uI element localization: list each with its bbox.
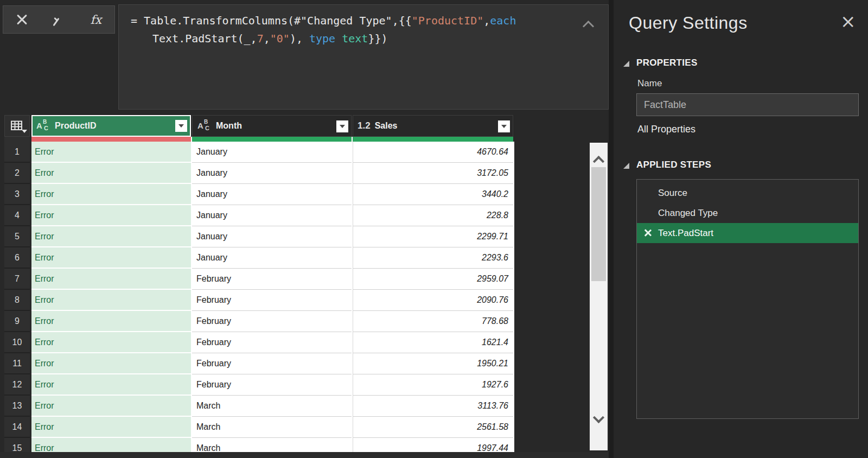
row-number[interactable]: 6 <box>4 247 30 269</box>
cell-sales[interactable]: 2561.58 <box>353 417 513 438</box>
cell-sales[interactable]: 2090.76 <box>353 290 513 311</box>
cell-sales[interactable]: 1927.6 <box>353 374 513 396</box>
cell-productid-error[interactable]: Error <box>31 374 191 396</box>
formula-line[interactable]: = Table.TransformColumns(#"Changed Type"… <box>131 12 576 30</box>
row-number[interactable]: 14 <box>4 417 30 438</box>
applied-step-text-padstart[interactable]: Text.PadStart <box>637 223 858 243</box>
filter-dropdown-button[interactable] <box>336 120 348 132</box>
applied-step-label: Source <box>658 188 687 198</box>
cell-productid-error[interactable]: Error <box>31 438 191 452</box>
row-number[interactable]: 3 <box>4 184 30 205</box>
row-number[interactable]: 15 <box>4 438 30 452</box>
cell-sales[interactable]: 778.68 <box>353 311 513 332</box>
cell-productid-error[interactable]: Error <box>31 247 191 269</box>
cell-sales[interactable]: 1950.21 <box>353 353 513 374</box>
cell-month[interactable]: January <box>192 142 352 163</box>
cell-sales[interactable]: 1997.44 <box>353 438 513 452</box>
applied-step-changed-type[interactable]: Changed Type <box>637 203 858 223</box>
cell-month[interactable]: March <box>192 438 352 452</box>
cell-sales[interactable]: 2299.71 <box>353 226 513 247</box>
cell-sales[interactable]: 3113.76 <box>353 396 513 417</box>
expanded-triangle-icon[interactable] <box>623 163 629 169</box>
cell-month[interactable]: January <box>192 247 352 269</box>
column-header-month[interactable]: ABC Month <box>192 115 352 137</box>
vertical-scrollbar[interactable] <box>590 143 608 450</box>
formula-bar[interactable]: = Table.TransformColumns(#"Changed Type"… <box>118 4 609 110</box>
formula-code[interactable]: = Table.TransformColumns(#"Changed Type"… <box>119 5 608 48</box>
expanded-triangle-icon[interactable] <box>623 61 629 67</box>
cell-month[interactable]: January <box>192 226 352 247</box>
cancel-button[interactable] <box>10 9 33 30</box>
cell-month[interactable]: February <box>192 311 352 332</box>
row-number[interactable]: 13 <box>4 396 30 417</box>
row-number[interactable]: 10 <box>4 332 30 353</box>
formula-line[interactable]: Text.PadStart(_,7,"0"), type text}}) <box>131 30 576 48</box>
cell-productid-error[interactable]: Error <box>31 290 191 311</box>
cell-month[interactable]: February <box>192 353 352 374</box>
row-number[interactable]: 1 <box>4 142 30 163</box>
cell-productid-error[interactable]: Error <box>31 417 191 438</box>
table-row: 13ErrorMarch3113.76 <box>4 396 514 417</box>
applied-steps-section-header[interactable]: APPLIED STEPS <box>636 160 711 170</box>
column-header-productid[interactable]: ABC ProductID <box>31 115 191 137</box>
table-menu-button[interactable] <box>4 115 30 137</box>
all-properties-link[interactable]: All Properties <box>637 124 695 135</box>
chevron-down-icon <box>22 130 27 133</box>
cell-month[interactable]: February <box>192 374 352 396</box>
cell-month[interactable]: January <box>192 184 352 205</box>
cell-productid-error[interactable]: Error <box>31 332 191 353</box>
row-number[interactable]: 7 <box>4 269 30 290</box>
properties-section-header[interactable]: PROPERTIES <box>636 58 698 68</box>
cell-productid-error[interactable]: Error <box>31 269 191 290</box>
cell-sales[interactable]: 3440.2 <box>353 184 513 205</box>
cell-month[interactable]: January <box>192 205 352 226</box>
column-quality-bars <box>31 137 513 142</box>
cell-productid-error[interactable]: Error <box>31 205 191 226</box>
cell-productid-error[interactable]: Error <box>31 226 191 247</box>
query-name-input[interactable]: FactTable <box>636 93 859 116</box>
filter-dropdown-button[interactable] <box>175 120 187 132</box>
row-number[interactable]: 2 <box>4 163 30 184</box>
table-row: 15ErrorMarch1997.44 <box>4 438 514 452</box>
cell-month[interactable]: March <box>192 396 352 417</box>
close-icon[interactable]: × <box>840 12 856 30</box>
applied-step-source[interactable]: Source <box>637 183 858 203</box>
code-token: }}) <box>368 32 387 45</box>
cell-sales[interactable]: 3172.05 <box>353 163 513 184</box>
row-number[interactable]: 11 <box>4 353 30 374</box>
cell-sales[interactable]: 228.8 <box>353 205 513 226</box>
add-step-button[interactable]: fx <box>85 9 107 30</box>
decimal-12-icon: 1.2 <box>358 120 371 131</box>
commit-button[interactable] <box>47 9 70 30</box>
scroll-up-icon[interactable] <box>595 155 602 163</box>
row-number[interactable]: 9 <box>4 311 30 332</box>
row-number[interactable]: 4 <box>4 205 30 226</box>
cell-productid-error[interactable]: Error <box>31 184 191 205</box>
row-number[interactable]: 5 <box>4 226 30 247</box>
cell-sales[interactable]: 1621.4 <box>353 332 513 353</box>
cell-month[interactable]: February <box>192 269 352 290</box>
applied-step-label: Changed Type <box>658 208 718 218</box>
cell-month[interactable]: February <box>192 290 352 311</box>
cell-month[interactable]: January <box>192 163 352 184</box>
scroll-down-icon[interactable] <box>595 415 602 422</box>
cell-sales[interactable]: 4670.64 <box>353 142 513 163</box>
cell-month[interactable]: March <box>192 417 352 438</box>
scrollbar-thumb[interactable] <box>591 167 606 281</box>
cell-productid-error[interactable]: Error <box>31 396 191 417</box>
delete-step-icon[interactable] <box>643 228 652 237</box>
column-header-sales[interactable]: 1.2 Sales <box>353 115 513 137</box>
chevron-up-icon[interactable] <box>584 20 592 28</box>
cell-sales[interactable]: 2293.6 <box>353 247 513 269</box>
cell-productid-error[interactable]: Error <box>31 142 191 163</box>
row-number[interactable]: 12 <box>4 374 30 396</box>
filter-dropdown-button[interactable] <box>498 120 510 132</box>
cell-productid-error[interactable]: Error <box>31 353 191 374</box>
cell-productid-error[interactable]: Error <box>31 163 191 184</box>
column-header-label: ProductID <box>55 121 96 131</box>
cell-sales[interactable]: 2959.07 <box>353 269 513 290</box>
cell-productid-error[interactable]: Error <box>31 311 191 332</box>
cell-month[interactable]: February <box>192 332 352 353</box>
table-row: 10ErrorFebruary1621.4 <box>4 332 514 353</box>
row-number[interactable]: 8 <box>4 290 30 311</box>
